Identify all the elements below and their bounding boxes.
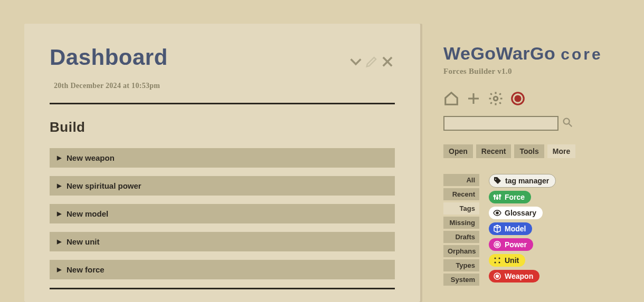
svg-line-8: [569, 124, 572, 127]
expand-icon: ▶: [57, 154, 61, 161]
svg-point-6: [515, 96, 520, 101]
build-list: ▶New weapon▶New spiritual power▶New mode…: [50, 148, 395, 279]
build-item-1[interactable]: ▶New spiritual power: [50, 176, 395, 196]
tab-more[interactable]: More: [547, 144, 575, 158]
svg-point-13: [497, 198, 498, 199]
tag-label: tag manager: [505, 177, 549, 185]
tag-pill-power[interactable]: Power: [489, 238, 533, 251]
tag-pill-model[interactable]: Model: [489, 222, 532, 235]
expand-icon: ▶: [57, 182, 61, 189]
divider: [50, 288, 395, 289]
tag-pill-unit[interactable]: Unit: [489, 254, 525, 267]
new-icon[interactable]: [466, 91, 481, 109]
sidebar: WeGoWarGo core Forces Builder v1.0 OpenR…: [443, 43, 623, 286]
sidebar-tabs: OpenRecentToolsMore: [443, 144, 623, 158]
home-icon[interactable]: [443, 91, 459, 109]
tag-pill-tag-manager[interactable]: tag manager: [489, 174, 556, 188]
filter-system[interactable]: System: [443, 274, 479, 286]
build-item-4[interactable]: ▶New force: [50, 260, 395, 279]
tab-recent[interactable]: Recent: [476, 144, 512, 158]
filter-recent[interactable]: Recent: [443, 188, 479, 200]
tag-label: Unit: [505, 256, 519, 265]
svg-point-22: [499, 262, 500, 264]
filter-orphans[interactable]: Orphans: [443, 245, 479, 257]
svg-point-7: [564, 119, 570, 124]
tag-pill-glossary[interactable]: Glossary: [489, 207, 543, 219]
app-subtitle: Forces Builder v1.0: [443, 67, 623, 76]
filter-column: AllRecentTagsMissingDraftsOrphansTypesSy…: [443, 174, 479, 286]
svg-point-21: [495, 262, 496, 264]
page-title: Dashboard: [50, 45, 395, 70]
build-item-label: New model: [67, 209, 108, 218]
filter-missing[interactable]: Missing: [443, 217, 479, 229]
build-item-2[interactable]: ▶New model: [50, 204, 395, 223]
edit-icon[interactable]: [364, 54, 379, 71]
svg-point-14: [499, 195, 501, 197]
main-panel: Dashboard 20th December 2024 at 10:53pm …: [24, 24, 420, 302]
page-date: 20th December 2024 at 10:53pm: [54, 82, 395, 90]
grid-icon: [493, 256, 501, 265]
tag-label: Model: [505, 225, 526, 233]
expand-icon: ▶: [57, 266, 61, 273]
svg-point-24: [496, 275, 499, 278]
section-heading-build: Build: [50, 119, 395, 135]
build-item-0[interactable]: ▶New weapon: [50, 148, 395, 168]
build-item-label: New spiritual power: [67, 181, 141, 190]
tag-label: Weapon: [505, 272, 533, 280]
tab-open[interactable]: Open: [443, 144, 473, 158]
record-icon[interactable]: [510, 91, 526, 109]
gear-icon[interactable]: [488, 91, 504, 109]
card-actions: [348, 54, 395, 71]
filter-tags[interactable]: Tags: [443, 202, 479, 215]
expand-icon: ▶: [57, 210, 61, 217]
svg-point-4: [494, 96, 498, 101]
cube-icon: [493, 225, 501, 233]
expand-icon: ▶: [57, 238, 61, 245]
tag-icon: [494, 177, 502, 185]
spiral-icon: [493, 240, 501, 249]
tags-column: tag managerForceGlossaryModelPowerUnitWe…: [489, 174, 556, 282]
tag-label: Force: [505, 193, 525, 201]
search-row: [443, 116, 623, 131]
filter-types[interactable]: Types: [443, 259, 479, 271]
sliders-icon: [493, 193, 501, 201]
target-icon: [493, 272, 501, 280]
build-item-label: New weapon: [67, 153, 115, 162]
eye-icon: [493, 209, 501, 217]
build-item-label: New unit: [67, 237, 100, 246]
build-item-3[interactable]: ▶New unit: [50, 232, 395, 251]
filter-all[interactable]: All: [443, 174, 479, 186]
filter-drafts[interactable]: Drafts: [443, 231, 479, 243]
tag-label: Glossary: [505, 209, 536, 217]
divider: [50, 103, 395, 104]
brand-main: WeGoWarGo: [443, 43, 555, 63]
svg-point-15: [496, 212, 498, 214]
tag-pill-weapon[interactable]: Weapon: [489, 270, 539, 282]
app-title: WeGoWarGo core: [443, 43, 623, 64]
svg-point-20: [499, 258, 500, 259]
tag-pill-force[interactable]: Force: [489, 191, 531, 203]
svg-point-18: [497, 244, 498, 245]
svg-point-19: [495, 258, 496, 259]
close-icon[interactable]: [380, 54, 395, 71]
toolbar: [443, 91, 623, 109]
brand-sub: core: [561, 45, 602, 63]
svg-point-12: [494, 196, 496, 197]
collapse-icon[interactable]: [348, 54, 363, 71]
search-input[interactable]: [443, 116, 558, 131]
build-item-label: New force: [67, 265, 105, 274]
search-icon[interactable]: [562, 116, 573, 130]
tab-tools[interactable]: Tools: [514, 144, 544, 158]
tag-label: Power: [505, 240, 527, 249]
